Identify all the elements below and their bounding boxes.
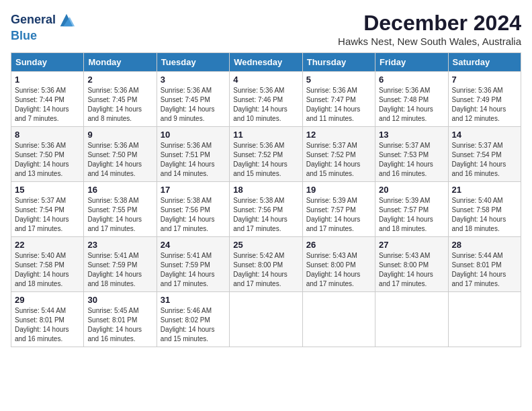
day-info: Sunrise: 5:46 AMSunset: 8:02 PMDaylight:… <box>161 307 215 342</box>
calendar-week-row: 15 Sunrise: 5:37 AMSunset: 7:54 PMDaylig… <box>11 182 521 237</box>
calendar-cell: 15 Sunrise: 5:37 AMSunset: 7:54 PMDaylig… <box>11 182 84 237</box>
day-info: Sunrise: 5:36 AMSunset: 7:50 PMDaylight:… <box>87 142 142 177</box>
calendar-cell: 28 Sunrise: 5:44 AMSunset: 8:01 PMDaylig… <box>448 237 521 292</box>
day-info: Sunrise: 5:37 AMSunset: 7:53 PMDaylight:… <box>379 142 433 177</box>
calendar-week-row: 29 Sunrise: 5:44 AMSunset: 8:01 PMDaylig… <box>11 292 521 347</box>
calendar-header-row: SundayMondayTuesdayWednesdayThursdayFrid… <box>11 53 521 72</box>
day-number: 14 <box>452 130 517 140</box>
day-number: 15 <box>15 185 80 195</box>
day-number: 24 <box>161 240 226 250</box>
calendar-day-header: Friday <box>375 53 448 72</box>
calendar-cell: 14 Sunrise: 5:37 AMSunset: 7:54 PMDaylig… <box>448 127 521 182</box>
calendar-cell: 18 Sunrise: 5:38 AMSunset: 7:56 PMDaylig… <box>230 182 302 237</box>
day-number: 12 <box>306 130 371 140</box>
day-info: Sunrise: 5:36 AMSunset: 7:44 PMDaylight:… <box>15 87 69 122</box>
day-number: 16 <box>87 185 152 195</box>
logo-icon <box>57 11 76 30</box>
day-info: Sunrise: 5:44 AMSunset: 8:01 PMDaylight:… <box>452 252 506 287</box>
calendar-cell <box>448 292 521 347</box>
calendar-cell: 31 Sunrise: 5:46 AMSunset: 8:02 PMDaylig… <box>157 292 229 347</box>
day-info: Sunrise: 5:37 AMSunset: 7:54 PMDaylight:… <box>452 142 506 177</box>
day-number: 4 <box>233 75 298 85</box>
calendar-week-row: 1 Sunrise: 5:36 AMSunset: 7:44 PMDayligh… <box>11 72 521 127</box>
day-info: Sunrise: 5:45 AMSunset: 8:01 PMDaylight:… <box>87 307 142 342</box>
calendar-day-header: Wednesday <box>230 53 302 72</box>
day-number: 25 <box>233 240 298 250</box>
day-info: Sunrise: 5:36 AMSunset: 7:45 PMDaylight:… <box>161 87 215 122</box>
day-number: 17 <box>161 185 226 195</box>
day-number: 23 <box>87 240 152 250</box>
day-number: 31 <box>161 295 226 305</box>
day-number: 20 <box>379 185 444 195</box>
calendar-day-header: Monday <box>84 53 157 72</box>
logo-text-blue: Blue <box>11 30 76 43</box>
calendar-cell: 8 Sunrise: 5:36 AMSunset: 7:50 PMDayligh… <box>11 127 84 182</box>
day-info: Sunrise: 5:36 AMSunset: 7:45 PMDaylight:… <box>87 87 142 122</box>
day-number: 7 <box>452 75 517 85</box>
day-info: Sunrise: 5:42 AMSunset: 8:00 PMDaylight:… <box>233 252 287 287</box>
calendar-cell: 23 Sunrise: 5:41 AMSunset: 7:59 PMDaylig… <box>84 237 157 292</box>
day-info: Sunrise: 5:36 AMSunset: 7:51 PMDaylight:… <box>161 142 215 177</box>
calendar-cell: 2 Sunrise: 5:36 AMSunset: 7:45 PMDayligh… <box>84 72 157 127</box>
day-number: 28 <box>452 240 517 250</box>
page-header: General Blue December 2024 Hawks Nest, N… <box>11 11 521 47</box>
calendar-cell: 16 Sunrise: 5:38 AMSunset: 7:55 PMDaylig… <box>84 182 157 237</box>
location: Hawks Nest, New South Wales, Australia <box>338 36 521 47</box>
day-info: Sunrise: 5:37 AMSunset: 7:52 PMDaylight:… <box>306 142 361 177</box>
day-number: 13 <box>379 130 444 140</box>
calendar-day-header: Thursday <box>302 53 375 72</box>
calendar-cell: 3 Sunrise: 5:36 AMSunset: 7:45 PMDayligh… <box>157 72 229 127</box>
day-number: 11 <box>233 130 298 140</box>
calendar-day-header: Tuesday <box>157 53 229 72</box>
day-number: 6 <box>379 75 444 85</box>
day-number: 27 <box>379 240 444 250</box>
calendar-body: 1 Sunrise: 5:36 AMSunset: 7:44 PMDayligh… <box>11 72 521 347</box>
title-block: December 2024 Hawks Nest, New South Wale… <box>338 11 521 47</box>
calendar-week-row: 22 Sunrise: 5:40 AMSunset: 7:58 PMDaylig… <box>11 237 521 292</box>
calendar-cell: 6 Sunrise: 5:36 AMSunset: 7:48 PMDayligh… <box>375 72 448 127</box>
day-info: Sunrise: 5:41 AMSunset: 7:59 PMDaylight:… <box>161 252 215 287</box>
calendar-cell: 30 Sunrise: 5:45 AMSunset: 8:01 PMDaylig… <box>84 292 157 347</box>
day-number: 10 <box>161 130 226 140</box>
day-info: Sunrise: 5:38 AMSunset: 7:56 PMDaylight:… <box>233 197 287 232</box>
day-info: Sunrise: 5:41 AMSunset: 7:59 PMDaylight:… <box>87 252 142 287</box>
calendar-cell: 29 Sunrise: 5:44 AMSunset: 8:01 PMDaylig… <box>11 292 84 347</box>
calendar-cell: 4 Sunrise: 5:36 AMSunset: 7:46 PMDayligh… <box>230 72 302 127</box>
day-info: Sunrise: 5:36 AMSunset: 7:52 PMDaylight:… <box>233 142 287 177</box>
day-number: 30 <box>87 295 152 305</box>
day-info: Sunrise: 5:37 AMSunset: 7:54 PMDaylight:… <box>15 197 69 232</box>
calendar-cell: 25 Sunrise: 5:42 AMSunset: 8:00 PMDaylig… <box>230 237 302 292</box>
calendar-cell <box>375 292 448 347</box>
day-info: Sunrise: 5:40 AMSunset: 7:58 PMDaylight:… <box>15 252 69 287</box>
day-info: Sunrise: 5:36 AMSunset: 7:49 PMDaylight:… <box>452 87 506 122</box>
calendar-cell: 1 Sunrise: 5:36 AMSunset: 7:44 PMDayligh… <box>11 72 84 127</box>
day-number: 21 <box>452 185 517 195</box>
day-number: 29 <box>15 295 80 305</box>
day-number: 3 <box>161 75 226 85</box>
day-info: Sunrise: 5:44 AMSunset: 8:01 PMDaylight:… <box>15 307 69 342</box>
day-info: Sunrise: 5:43 AMSunset: 8:00 PMDaylight:… <box>379 252 433 287</box>
day-number: 8 <box>15 130 80 140</box>
calendar-cell: 11 Sunrise: 5:36 AMSunset: 7:52 PMDaylig… <box>230 127 302 182</box>
logo: General Blue <box>11 11 76 43</box>
day-info: Sunrise: 5:43 AMSunset: 8:00 PMDaylight:… <box>306 252 361 287</box>
calendar-cell: 21 Sunrise: 5:40 AMSunset: 7:58 PMDaylig… <box>448 182 521 237</box>
day-number: 19 <box>306 185 371 195</box>
calendar-cell: 19 Sunrise: 5:39 AMSunset: 7:57 PMDaylig… <box>302 182 375 237</box>
day-number: 18 <box>233 185 298 195</box>
day-number: 22 <box>15 240 80 250</box>
calendar-cell: 7 Sunrise: 5:36 AMSunset: 7:49 PMDayligh… <box>448 72 521 127</box>
day-number: 26 <box>306 240 371 250</box>
calendar-day-header: Sunday <box>11 53 84 72</box>
calendar-cell: 22 Sunrise: 5:40 AMSunset: 7:58 PMDaylig… <box>11 237 84 292</box>
day-info: Sunrise: 5:36 AMSunset: 7:46 PMDaylight:… <box>233 87 287 122</box>
day-info: Sunrise: 5:39 AMSunset: 7:57 PMDaylight:… <box>379 197 433 232</box>
month-title: December 2024 <box>338 11 521 36</box>
calendar-cell: 17 Sunrise: 5:38 AMSunset: 7:56 PMDaylig… <box>157 182 229 237</box>
calendar-cell: 13 Sunrise: 5:37 AMSunset: 7:53 PMDaylig… <box>375 127 448 182</box>
calendar-table: SundayMondayTuesdayWednesdayThursdayFrid… <box>11 52 521 347</box>
day-info: Sunrise: 5:36 AMSunset: 7:48 PMDaylight:… <box>379 87 433 122</box>
calendar-cell: 9 Sunrise: 5:36 AMSunset: 7:50 PMDayligh… <box>84 127 157 182</box>
day-info: Sunrise: 5:39 AMSunset: 7:57 PMDaylight:… <box>306 197 361 232</box>
day-number: 2 <box>87 75 152 85</box>
